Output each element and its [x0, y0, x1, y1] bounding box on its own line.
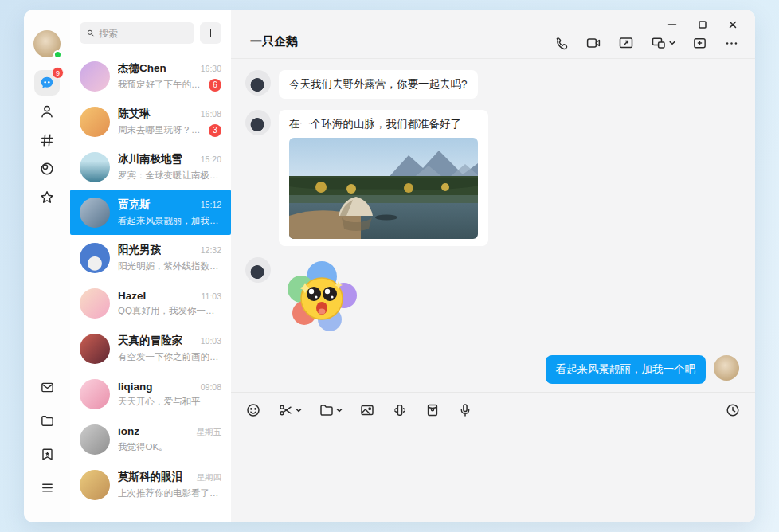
- chat-actions: [554, 35, 739, 51]
- voice-call-button[interactable]: [554, 36, 569, 51]
- chat-preview: 上次推荐你的电影看了吗?: [118, 487, 221, 499]
- new-chat-button[interactable]: [692, 36, 707, 51]
- message-bubble-with-photo[interactable]: 在一个环海的山脉，我们都准备好了: [279, 110, 488, 246]
- chat-history-button[interactable]: [725, 402, 741, 418]
- voice-message-button[interactable]: [457, 402, 473, 418]
- chat-name: 莫斯科的眼泪: [118, 470, 182, 484]
- screen-share-icon: [618, 35, 634, 51]
- message-area: 今天我们去野外露营，你要一起去吗? 在一个环海的山脉，我们都准备好了: [231, 59, 755, 392]
- scissors-icon: [278, 402, 294, 418]
- channels-icon: [39, 132, 55, 148]
- image-icon: [359, 402, 375, 418]
- close-button[interactable]: [728, 20, 738, 29]
- self-avatar-small[interactable]: [714, 355, 739, 381]
- online-status-dot: [53, 50, 62, 59]
- list-item[interactable]: 冰川南极地雪15:20 罗宾：全球变暖让南极的冰川: [70, 144, 231, 190]
- image-button[interactable]: [359, 402, 375, 418]
- nudge-button[interactable]: [392, 402, 408, 418]
- nav-channels[interactable]: [34, 127, 60, 153]
- message-outgoing: 看起来风景靓丽，加我一个吧: [245, 355, 741, 384]
- chat-header: 一只企鹅: [231, 10, 755, 59]
- avatar: [80, 198, 110, 228]
- avatar: [80, 288, 110, 319]
- phone-icon: [554, 36, 569, 51]
- unread-badge: 6: [209, 79, 221, 92]
- nav-mail[interactable]: [34, 374, 60, 400]
- mail-icon: [40, 380, 55, 395]
- minimize-button[interactable]: [667, 20, 677, 29]
- list-item[interactable]: 杰德Chen16:30 我预定好了下午的会议6: [70, 53, 231, 99]
- more-button[interactable]: [724, 36, 739, 51]
- list-item[interactable]: Hazel11:03 QQ真好用，我发你一个超清表情: [70, 280, 231, 326]
- search-box[interactable]: [80, 22, 194, 44]
- message-incoming: 在一个环海的山脉，我们都准备好了: [245, 110, 741, 246]
- self-avatar[interactable]: [33, 30, 61, 57]
- chat-preview: 罗宾：全球变暖让南极的冰川: [118, 170, 221, 182]
- message-text: 在一个环海的山脉，我们都准备好了: [289, 118, 461, 130]
- chat-name: 贾克斯: [118, 198, 151, 212]
- nav-favorites[interactable]: [34, 185, 60, 210]
- chat-name: 冰川南极地雪: [118, 152, 182, 166]
- avatar: [80, 152, 110, 182]
- list-item[interactable]: 莫斯科的眼泪星期四 上次推荐你的电影看了吗?: [70, 462, 231, 507]
- emoji-icon: [245, 402, 261, 418]
- nav-messages[interactable]: 9: [34, 70, 60, 96]
- avatar: [80, 107, 110, 137]
- avatar: [80, 334, 110, 364]
- nav-menu[interactable]: [34, 475, 60, 500]
- app-window: 9: [24, 10, 755, 522]
- rail-bottom: [34, 374, 60, 500]
- flower-emoji-sticker[interactable]: [284, 259, 360, 335]
- peer-avatar[interactable]: [245, 70, 271, 96]
- chat-preview: QQ真好用，我发你一个超清表情: [118, 305, 221, 317]
- maximize-button[interactable]: [698, 20, 707, 29]
- chat-name: liqiang: [118, 381, 153, 393]
- chat-preview: 有空发一下你之前画的表情: [118, 351, 221, 363]
- red-packet-icon: [425, 402, 440, 418]
- contacts-icon: [39, 104, 55, 119]
- list-item[interactable]: ionz星期五 我觉得OK。: [70, 417, 231, 462]
- nav-contacts[interactable]: [34, 99, 60, 124]
- file-button[interactable]: [319, 402, 343, 418]
- video-call-button[interactable]: [585, 35, 601, 51]
- chat-name: 天真的冒险家: [118, 334, 182, 348]
- favorites-icon: [39, 190, 55, 205]
- list-item-selected[interactable]: 贾克斯15:12 看起来风景靓丽，加我一个吧: [70, 190, 231, 235]
- chat-preview: 看起来风景靓丽，加我一个吧: [118, 215, 221, 227]
- history-clock-icon: [725, 402, 741, 418]
- remote-desktop-button[interactable]: [651, 35, 675, 51]
- folder-icon: [40, 413, 55, 428]
- avatar: [80, 470, 110, 500]
- list-item[interactable]: 陈艾琳16:08 周末去哪里玩呀？嘻嘻3: [70, 99, 231, 144]
- chat-name: 阳光男孩: [118, 243, 161, 257]
- list-item[interactable]: 天真的冒险家10:03 有空发一下你之前画的表情: [70, 326, 231, 371]
- window-controls: [667, 20, 738, 29]
- chat-time: 11:03: [202, 291, 222, 301]
- screenshot-button[interactable]: [278, 402, 302, 418]
- red-packet-button[interactable]: [425, 402, 440, 418]
- chat-preview: 我预定好了下午的会议: [118, 79, 204, 91]
- add-button[interactable]: [200, 22, 221, 44]
- list-item[interactable]: 阳光男孩12:32 阳光明媚，紫外线指数不高: [70, 235, 231, 280]
- message-bubble[interactable]: 看起来风景靓丽，加我一个吧: [546, 355, 707, 384]
- remote-desktop-icon: [651, 35, 667, 51]
- message-input[interactable]: [231, 427, 755, 522]
- nav-files[interactable]: [34, 408, 60, 433]
- nav-world[interactable]: [34, 156, 60, 182]
- chat-preview: 周末去哪里玩呀？嘻嘻: [118, 124, 204, 136]
- screen-share-button[interactable]: [618, 35, 634, 51]
- message-bubble[interactable]: 今天我们去野外露营，你要一起去吗?: [279, 70, 478, 99]
- new-chat-icon: [692, 36, 707, 51]
- nav-collections[interactable]: [34, 441, 60, 467]
- chat-time: 15:12: [201, 200, 221, 209]
- collections-icon: [40, 447, 55, 462]
- peer-avatar[interactable]: [245, 110, 271, 135]
- peer-avatar[interactable]: [245, 257, 271, 283]
- emoji-button[interactable]: [245, 402, 261, 418]
- search-input[interactable]: [99, 28, 188, 39]
- chat-time: 09:08: [201, 382, 221, 392]
- list-item[interactable]: liqiang09:08 天天开心，爱与和平: [70, 371, 231, 417]
- plus-icon: [206, 28, 216, 38]
- minimize-icon: [667, 20, 677, 29]
- camping-photo[interactable]: [289, 138, 478, 239]
